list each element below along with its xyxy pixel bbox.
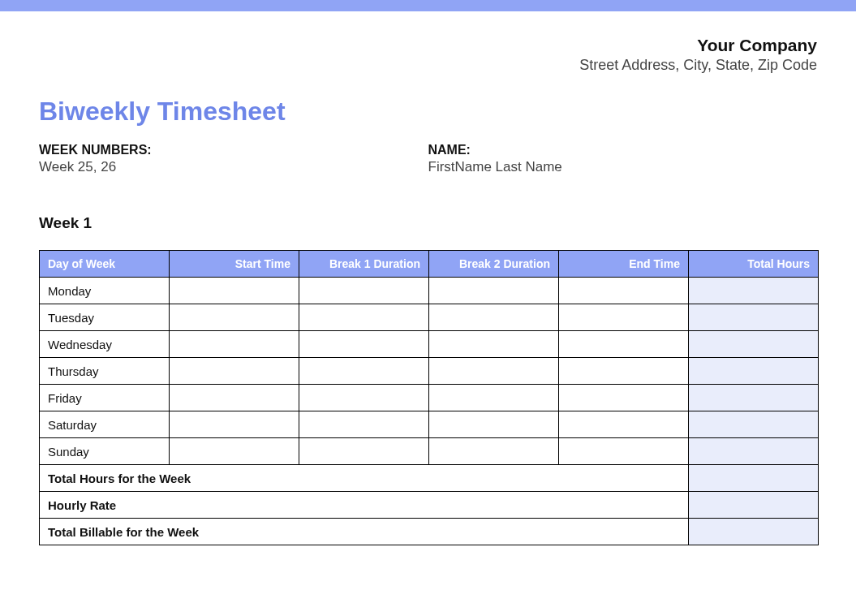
total-cell <box>689 411 819 438</box>
end-cell[interactable] <box>559 438 689 465</box>
day-cell: Saturday <box>40 411 170 438</box>
total-cell <box>689 331 819 358</box>
name-value: FirstName Last Name <box>428 159 818 175</box>
break2-cell[interactable] <box>429 438 559 465</box>
start-cell[interactable] <box>170 278 299 304</box>
header-break2: Break 2 Duration <box>429 251 559 278</box>
header-break1: Break 1 Duration <box>299 251 429 278</box>
summary-row-total-billable: Total Billable for the Week <box>40 519 819 545</box>
break1-cell[interactable] <box>299 278 429 304</box>
break2-cell[interactable] <box>429 411 559 438</box>
table-row: Wednesday <box>40 331 819 358</box>
summary-row-hourly-rate: Hourly Rate <box>40 492 819 519</box>
start-cell[interactable] <box>170 304 299 331</box>
header-day: Day of Week <box>40 251 170 278</box>
top-accent-bar <box>0 0 856 11</box>
table-header-row: Day of Week Start Time Break 1 Duration … <box>40 251 819 278</box>
break1-cell[interactable] <box>299 358 429 385</box>
header-start: Start Time <box>170 251 299 278</box>
break2-cell[interactable] <box>429 358 559 385</box>
document-content: Your Company Street Address, City, State… <box>0 11 856 545</box>
meta-name: NAME: FirstName Last Name <box>428 143 818 175</box>
total-cell <box>689 278 819 304</box>
total-cell <box>689 438 819 465</box>
week-numbers-value: Week 25, 26 <box>39 159 428 175</box>
end-cell[interactable] <box>559 331 689 358</box>
start-cell[interactable] <box>170 358 299 385</box>
summary-row-total-hours: Total Hours for the Week <box>40 465 819 492</box>
header-total: Total Hours <box>689 251 819 278</box>
name-label: NAME: <box>428 143 818 157</box>
total-billable-value <box>689 519 819 545</box>
week1-table: Day of Week Start Time Break 1 Duration … <box>39 250 819 545</box>
start-cell[interactable] <box>170 411 299 438</box>
meta-week-numbers: WEEK NUMBERS: Week 25, 26 <box>39 143 428 175</box>
total-cell <box>689 304 819 331</box>
hourly-rate-label: Hourly Rate <box>40 492 689 519</box>
company-address: Street Address, City, State, Zip Code <box>39 57 817 74</box>
day-cell: Sunday <box>40 438 170 465</box>
break2-cell[interactable] <box>429 331 559 358</box>
break1-cell[interactable] <box>299 411 429 438</box>
document-title: Biweekly Timesheet <box>39 97 817 127</box>
table-row: Friday <box>40 385 819 411</box>
break1-cell[interactable] <box>299 331 429 358</box>
hourly-rate-value[interactable] <box>689 492 819 519</box>
total-hours-value <box>689 465 819 492</box>
day-cell: Monday <box>40 278 170 304</box>
day-cell: Tuesday <box>40 304 170 331</box>
total-hours-label: Total Hours for the Week <box>40 465 689 492</box>
end-cell[interactable] <box>559 385 689 411</box>
total-cell <box>689 358 819 385</box>
week1-label: Week 1 <box>39 214 817 232</box>
day-cell: Wednesday <box>40 331 170 358</box>
break1-cell[interactable] <box>299 385 429 411</box>
end-cell[interactable] <box>559 358 689 385</box>
break2-cell[interactable] <box>429 385 559 411</box>
meta-row: WEEK NUMBERS: Week 25, 26 NAME: FirstNam… <box>39 143 817 175</box>
table-row: Tuesday <box>40 304 819 331</box>
end-cell[interactable] <box>559 278 689 304</box>
table-row: Saturday <box>40 411 819 438</box>
total-cell <box>689 385 819 411</box>
start-cell[interactable] <box>170 438 299 465</box>
day-cell: Thursday <box>40 358 170 385</box>
break2-cell[interactable] <box>429 278 559 304</box>
total-billable-label: Total Billable for the Week <box>40 519 689 545</box>
break2-cell[interactable] <box>429 304 559 331</box>
start-cell[interactable] <box>170 331 299 358</box>
break1-cell[interactable] <box>299 438 429 465</box>
break1-cell[interactable] <box>299 304 429 331</box>
day-cell: Friday <box>40 385 170 411</box>
header-end: End Time <box>559 251 689 278</box>
end-cell[interactable] <box>559 304 689 331</box>
start-cell[interactable] <box>170 385 299 411</box>
table-row: Thursday <box>40 358 819 385</box>
table-row: Sunday <box>40 438 819 465</box>
table-row: Monday <box>40 278 819 304</box>
company-name: Your Company <box>39 36 817 55</box>
week-numbers-label: WEEK NUMBERS: <box>39 143 428 157</box>
end-cell[interactable] <box>559 411 689 438</box>
company-block: Your Company Street Address, City, State… <box>39 36 817 74</box>
